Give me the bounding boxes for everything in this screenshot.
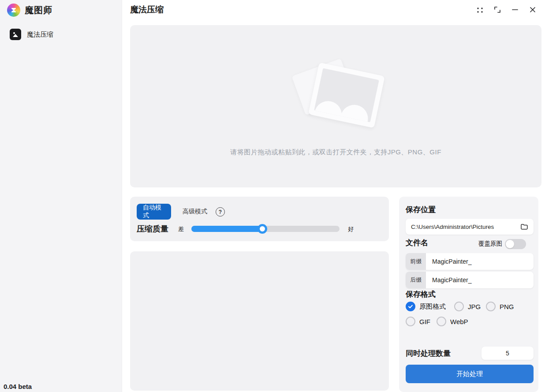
image-icon bbox=[10, 29, 21, 40]
overwrite-label: 覆盖原图 bbox=[478, 240, 502, 248]
radio-jpg[interactable]: JPG bbox=[454, 302, 481, 311]
close-icon bbox=[529, 6, 536, 13]
minimize-button[interactable] bbox=[506, 2, 524, 17]
prefix-tag: 前缀 bbox=[406, 253, 426, 270]
radio-png[interactable]: PNG bbox=[486, 302, 514, 311]
save-path-input[interactable] bbox=[411, 224, 519, 230]
fullscreen-icon bbox=[494, 6, 501, 13]
format-options-row1: 原图格式 JPG PNG bbox=[406, 302, 534, 313]
page-title: 魔法压缩 bbox=[130, 4, 164, 15]
radio-circle bbox=[406, 302, 415, 311]
quality-slider[interactable] bbox=[191, 226, 340, 232]
folder-icon bbox=[520, 223, 528, 231]
quality-min-label: 差 bbox=[178, 225, 184, 233]
mode-panel: 自动模式 高级模式 ? 压缩质量 差 好 bbox=[130, 197, 389, 241]
prefix-input[interactable] bbox=[426, 253, 534, 270]
photos-watermark-icon bbox=[287, 53, 384, 137]
sidebar-item-magic-compress[interactable]: 魔法压缩 bbox=[10, 27, 116, 41]
radio-gif[interactable]: GIF bbox=[406, 317, 430, 326]
suffix-input[interactable] bbox=[426, 272, 534, 288]
save-format-heading: 保存格式 bbox=[406, 289, 436, 299]
version-label: 0.04 beta bbox=[4, 383, 32, 390]
radio-circle bbox=[454, 302, 464, 311]
app-brand: 魔图师 bbox=[7, 3, 52, 18]
sidebar-item-label: 魔法压缩 bbox=[27, 30, 53, 39]
save-settings-panel: 保存位置 文件名 覆盖原图 前缀 后缀 保存格式 bbox=[399, 197, 538, 392]
file-list-panel bbox=[130, 251, 389, 391]
image-dropzone[interactable]: 请将图片拖动或粘贴到此，或双击打开文件夹，支持JPG、PNG、GIF bbox=[130, 25, 541, 187]
quality-slider-thumb[interactable] bbox=[258, 224, 267, 234]
dots-menu-button[interactable] bbox=[471, 2, 489, 17]
radio-circle bbox=[406, 317, 415, 326]
tab-advanced-mode[interactable]: 高级模式 bbox=[176, 204, 213, 220]
app-logo-icon bbox=[7, 4, 20, 17]
quality-row: 压缩质量 差 好 bbox=[137, 222, 382, 235]
save-path-box bbox=[406, 219, 534, 235]
help-icon[interactable]: ? bbox=[216, 207, 225, 217]
prefix-row: 前缀 bbox=[406, 253, 534, 270]
minimize-icon bbox=[511, 6, 519, 13]
concurrency-row: 同时处理数量 bbox=[406, 347, 534, 360]
overwrite-toggle[interactable] bbox=[505, 239, 526, 249]
suffix-row: 后缀 bbox=[406, 272, 534, 288]
dropzone-hint: 请将图片拖动或粘贴到此，或双击打开文件夹，支持JPG、PNG、GIF bbox=[130, 148, 541, 157]
app-name: 魔图师 bbox=[25, 4, 52, 16]
save-location-heading: 保存位置 bbox=[406, 205, 436, 215]
radio-circle bbox=[486, 302, 496, 311]
browse-folder-button[interactable] bbox=[519, 222, 529, 231]
suffix-tag: 后缀 bbox=[406, 272, 426, 288]
close-button[interactable] bbox=[524, 2, 541, 17]
format-options-row2: GIF WebP bbox=[406, 317, 534, 328]
toggle-knob bbox=[506, 240, 514, 248]
concurrency-input[interactable] bbox=[482, 347, 534, 360]
sidebar: 魔图师 魔法压缩 0.04 beta bbox=[0, 0, 122, 392]
quality-slider-fill bbox=[191, 226, 266, 232]
filename-heading: 文件名 bbox=[406, 238, 428, 248]
quality-label: 压缩质量 bbox=[137, 224, 168, 234]
dots-grid-icon bbox=[476, 6, 484, 14]
radio-webp[interactable]: WebP bbox=[437, 317, 468, 326]
start-processing-button[interactable]: 开始处理 bbox=[406, 365, 534, 383]
fullscreen-button[interactable] bbox=[489, 2, 506, 17]
window-controls bbox=[471, 0, 541, 19]
concurrency-label: 同时处理数量 bbox=[406, 348, 451, 358]
radio-original-format[interactable]: 原图格式 bbox=[406, 302, 446, 311]
radio-circle bbox=[437, 317, 446, 326]
app-window: 魔图师 魔法压缩 0.04 beta 魔法压缩 bbox=[0, 0, 545, 392]
quality-max-label: 好 bbox=[348, 225, 354, 233]
hourglass-icon bbox=[10, 7, 17, 14]
tab-auto-mode[interactable]: 自动模式 bbox=[137, 204, 171, 220]
check-icon bbox=[408, 304, 413, 309]
